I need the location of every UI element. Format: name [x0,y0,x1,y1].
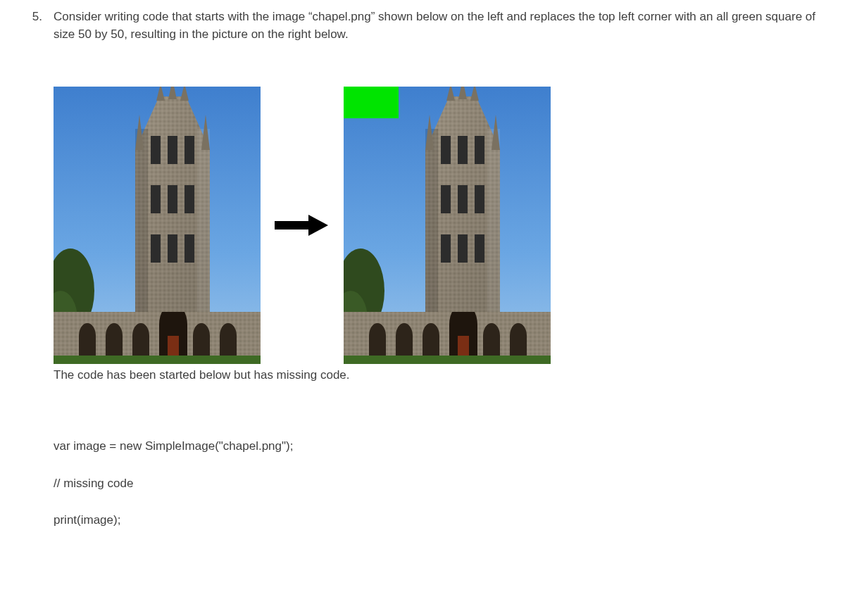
svg-rect-27 [54,356,261,364]
code-block: var image = new SimpleImage("chapel.png"… [54,438,828,529]
chapel-image-left [54,87,261,364]
svg-rect-42 [458,136,468,164]
svg-rect-44 [441,185,451,213]
arrow-column [261,216,344,234]
svg-rect-8 [168,336,179,356]
svg-rect-40 [487,129,500,312]
question-block: 5. Consider writing code that starts wit… [17,8,828,43]
question-prompt: Consider writing code that starts with t… [54,8,828,43]
code-line-1: var image = new SimpleImage("chapel.png"… [54,438,828,455]
svg-rect-17 [168,185,177,213]
svg-rect-41 [441,136,451,164]
svg-rect-14 [168,136,177,164]
svg-rect-55 [344,356,551,364]
green-square-overlay [344,87,399,118]
svg-rect-48 [458,234,468,263]
code-line-2: // missing code [54,475,828,493]
question-number: 5. [17,8,54,26]
svg-rect-12 [197,129,210,312]
svg-rect-20 [168,234,177,263]
svg-rect-19 [151,234,161,263]
svg-rect-21 [184,234,194,263]
page: 5. Consider writing code that starts wit… [0,0,845,616]
svg-rect-49 [475,234,484,263]
code-line-3: print(image); [54,512,828,529]
chapel-image-right [344,87,551,364]
figure-caption: The code has been started below but has … [54,367,828,384]
svg-rect-18 [184,185,194,213]
svg-rect-47 [441,234,451,263]
svg-rect-13 [151,136,161,164]
svg-rect-43 [475,136,484,164]
svg-rect-36 [458,336,469,356]
svg-rect-15 [184,136,194,164]
svg-rect-11 [135,129,148,312]
figure-row [54,87,828,364]
svg-rect-16 [151,185,161,213]
svg-rect-46 [475,185,484,213]
svg-rect-45 [458,185,468,213]
svg-rect-39 [425,129,438,312]
arrow-right-icon [275,216,330,234]
